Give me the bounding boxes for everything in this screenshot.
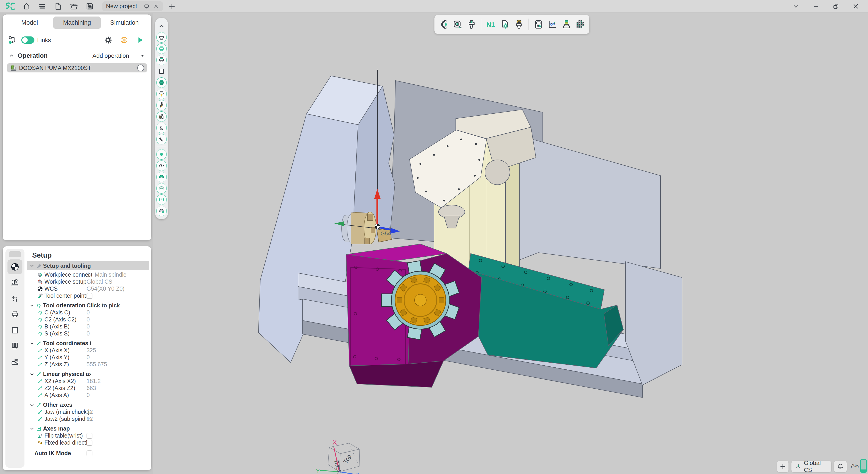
chevron-up-icon[interactable] [9,53,14,59]
tree-row-value[interactable]: 1 - Main spindle [87,271,126,278]
tree-row-value[interactable]: 325 [87,347,96,353]
tool-holder-tool[interactable] [560,18,572,31]
show-surfaces-outline[interactable] [156,183,167,194]
show-workpiece-wireframe[interactable] [156,43,167,54]
chevron-down-icon[interactable] [29,371,35,377]
add-operation-caret-icon[interactable] [140,53,146,59]
rail-wcs[interactable] [7,260,23,274]
chevron-down-icon[interactable] [29,340,35,346]
tree-row-value[interactable]: 0 [87,323,90,330]
rail-plane[interactable] [7,323,23,338]
rail-hatch[interactable] [7,354,23,369]
tree-row-value[interactable]: 0 [87,330,90,337]
show-plain-stock[interactable] [156,66,167,77]
rail-stock[interactable] [7,307,23,322]
show-tool[interactable] [156,100,167,111]
tree-row-fixed-lead[interactable]: Fixed lead direction [27,439,149,446]
checkbox[interactable] [87,433,92,439]
restore-button[interactable] [831,1,841,11]
tree-section-linear-axes[interactable]: Linear physical axes [27,371,149,378]
show-curves[interactable] [156,160,167,171]
tree-header-setup-tooling[interactable]: Setup and tooling [27,261,149,270]
measure-tool[interactable] [452,18,463,31]
tree-row-value[interactable]: Global CS [87,278,112,285]
show-workpiece[interactable] [156,32,167,43]
drag-handle[interactable] [9,251,21,257]
add-cs-button[interactable] [777,461,788,472]
cube-face-top[interactable]: Top [342,453,353,465]
tree-row-value[interactable]: 0 [87,354,90,361]
tree-row-value[interactable]: 0 [87,309,90,316]
gcode-tool[interactable]: N1 [485,18,497,31]
show-stock-top[interactable] [156,54,167,66]
tree-row-jaw2[interactable]: Jaw2 (sub spindle ch12 [27,415,149,422]
cube-face-back[interactable]: Back [333,460,343,474]
tree-row-axis-x[interactable]: X (Axis X)325 [27,347,149,354]
show-stock[interactable] [156,77,167,88]
notifications-button[interactable] [834,461,847,472]
postprocessor-tool[interactable] [499,18,511,31]
show-surfaces-shaded[interactable] [156,171,167,183]
chevron-down-icon[interactable] [29,426,35,432]
minimize-button[interactable] [811,1,821,11]
operation-list-item[interactable]: DOOSAN PUMA MX2100ST [7,63,147,72]
chevron-down-icon[interactable] [29,402,35,408]
save-button[interactable] [85,1,95,11]
close-window-button[interactable] [851,1,861,11]
menu-button[interactable] [37,1,47,11]
tree-row-wcs[interactable]: WCSG54(X0 Y0 Z0) [27,285,149,292]
play-icon[interactable] [135,36,145,44]
tree-row-workpiece-setup[interactable]: Workpiece setupGlobal CS [27,278,149,285]
tree-row-axis-c[interactable]: C (Axis C)0 [27,309,149,316]
operation-radio[interactable] [137,65,144,71]
tree-row-axis-x2[interactable]: X2 (Axis X2)181.2 [27,378,149,384]
tree-row-value[interactable]: 12 [87,409,93,415]
show-fixture[interactable] [156,111,167,122]
tree-section-tool-coordinates[interactable]: Tool coordinates in W [27,340,149,347]
chevron-down-icon[interactable] [29,303,35,308]
show-tool-holder[interactable] [156,88,167,100]
3d-viewport[interactable]: G54 X Y Z Back Top [153,13,868,474]
tree-row-flip-table[interactable]: Flip table(wrist) [27,432,149,439]
tree-row-axis-a[interactable]: A (Axis A)0 [27,392,149,399]
snap-tool[interactable] [438,18,450,31]
tree-section-tool-orientation[interactable]: Tool orientationClick to pick [27,302,149,309]
tree-row-value[interactable]: G54(X0 Y0 Z0) [87,285,125,292]
tree-row-auto-ik[interactable]: Auto IK Mode [27,450,149,457]
tab-new-project[interactable]: New project [102,1,163,11]
gear-icon[interactable] [104,36,113,44]
chart-tool[interactable] [547,18,558,31]
tree-row-value[interactable]: 663 [87,385,96,392]
tree-section-other-axes[interactable]: Other axes [27,401,149,408]
tab-close-icon[interactable] [153,3,159,9]
grid-tool[interactable] [575,18,586,31]
chevron-down-icon[interactable] [791,1,801,11]
chevron-down-icon[interactable] [29,263,35,269]
sync-icon[interactable] [120,36,129,44]
tree-row-axis-z[interactable]: Z (Axis Z)555.675 [27,361,149,368]
show-points[interactable] [156,149,167,160]
tree-row-axis-c2[interactable]: C2 (Axis C2)0 [27,316,149,323]
show-clamp[interactable] [156,122,167,134]
tree-row-value[interactable]: 0 [87,392,90,398]
tree-row-axis-b[interactable]: B (Axis B)0 [27,323,149,330]
rail-machine[interactable] [7,275,23,290]
home-button[interactable] [21,1,31,11]
add-operation-button[interactable]: Add operation [92,52,129,59]
tree-row-axis-z2[interactable]: Z2 (Axis Z2)663 [27,384,149,392]
open-folder-button[interactable] [69,1,79,11]
new-tab-button[interactable] [167,1,177,11]
tab-machining[interactable]: Machining [53,16,100,29]
calculator-tool[interactable] [532,18,544,31]
rail-jaws[interactable] [7,339,23,353]
tree-row-axis-s[interactable]: S (Axis S)0 [27,330,149,337]
checkbox[interactable] [87,440,92,446]
show-solids[interactable] [156,205,167,216]
tree-row-value[interactable]: 0 [87,316,90,323]
tree-section-axes-map[interactable]: Axes map [27,425,149,432]
show-toolpath[interactable] [156,134,167,145]
tree-row-value[interactable]: 555.675 [87,361,107,368]
tree-row-jaw[interactable]: Jaw (main chuck jaw12 [27,408,149,415]
new-document-button[interactable] [53,1,63,11]
caliper-tool[interactable] [466,18,477,31]
